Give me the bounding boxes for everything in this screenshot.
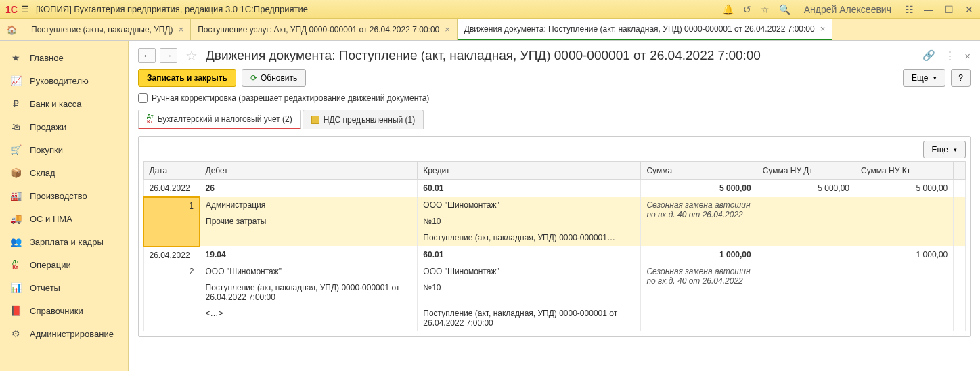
sidebar-item-label: Администрирование bbox=[30, 329, 114, 339]
th-nu-dt[interactable]: Сумма НУ Дт bbox=[757, 162, 855, 180]
manual-edit-checkbox[interactable] bbox=[138, 93, 148, 103]
table-row[interactable]: 26.04.2022 26 60.01 5 000,00 5 000,00 5 … bbox=[143, 180, 966, 198]
cell-sum: 1 000,00 bbox=[641, 246, 757, 263]
bars-icon: 📊 bbox=[9, 282, 22, 294]
sidebar-item-operations[interactable]: ДтКтОперации bbox=[0, 253, 128, 276]
doc-tab-3-active[interactable]: Движения документа: Поступление (акт, на… bbox=[458, 19, 832, 40]
cell-debit-account: 19.04 bbox=[200, 246, 418, 263]
sidebar-item-reports[interactable]: 📊Отчеты bbox=[0, 276, 128, 299]
close-button[interactable]: ✕ bbox=[964, 4, 975, 15]
sidebar-item-production[interactable]: 🏭Производство bbox=[0, 184, 128, 207]
save-close-button[interactable]: Записать и закрыть bbox=[138, 69, 236, 87]
cell-credit-sub: Поступление (акт, накладная, УПД) 0000-0… bbox=[418, 230, 641, 246]
sidebar-item-label: Руководителю bbox=[30, 76, 89, 86]
home-tab[interactable]: 🏠 bbox=[0, 19, 24, 40]
sidebar-item-purchases[interactable]: 🛒Покупки bbox=[0, 138, 128, 161]
cell-sum: 5 000,00 bbox=[641, 180, 757, 198]
bell-icon[interactable]: 🔔 bbox=[722, 4, 734, 15]
inner-tab-label: Бухгалтерский и налоговый учет (2) bbox=[158, 114, 292, 124]
cell-date: 26.04.2022 bbox=[143, 246, 200, 263]
main-menu-icon[interactable]: ☰ bbox=[22, 5, 29, 14]
th-credit[interactable]: Кредит bbox=[418, 162, 641, 180]
dtkt-icon: ДтКт bbox=[9, 259, 22, 271]
ruble-icon: ₽ bbox=[9, 97, 22, 110]
sidebar-item-warehouse[interactable]: 📦Склад bbox=[0, 161, 128, 184]
more-button[interactable]: Еще bbox=[903, 69, 945, 87]
sidebar-item-sales[interactable]: 🛍Продажи bbox=[0, 115, 128, 138]
doc-tab-1[interactable]: Поступление (акты, накладные, УПД) × bbox=[24, 19, 191, 40]
cell-credit-sub: №10 bbox=[418, 213, 641, 230]
close-icon[interactable]: × bbox=[445, 24, 450, 35]
th-date[interactable]: Дата bbox=[143, 162, 200, 180]
cell-credit-sub: №10 bbox=[418, 280, 641, 305]
sidebar-item-refs[interactable]: 📕Справочники bbox=[0, 299, 128, 322]
sidebar-item-label: Продажи bbox=[30, 122, 66, 132]
manual-edit-label: Ручная корректировка (разрешает редактир… bbox=[152, 93, 429, 103]
th-nu-kt[interactable]: Сумма НУ Кт bbox=[855, 162, 953, 180]
cell-debit-sub: ООО "Шиномонтаж" bbox=[200, 263, 418, 280]
sidebar-item-label: Зарплата и кадры bbox=[30, 237, 104, 247]
search-icon[interactable]: 🔍 bbox=[779, 4, 790, 15]
link-icon[interactable]: 🔗 bbox=[922, 49, 935, 62]
kebab-icon[interactable]: ⋮ bbox=[945, 49, 955, 62]
table-panel: Еще Дата Дебет Кредит Сумма Сумма НУ Дт … bbox=[138, 136, 971, 337]
sidebar-item-manager[interactable]: 📈Руководителю bbox=[0, 69, 128, 92]
user-name[interactable]: Андрей Алексеевич bbox=[804, 4, 891, 15]
cell-credit-account: 60.01 bbox=[418, 246, 641, 263]
sidebar-item-label: ОС и НМА bbox=[30, 214, 72, 224]
cell-date: 26.04.2022 bbox=[143, 180, 200, 198]
titlebar: 1C ☰ [КОПИЯ] Бухгалтерия предприятия, ре… bbox=[0, 0, 980, 19]
sidebar-item-admin[interactable]: ⚙Администрирование bbox=[0, 322, 128, 345]
gear-icon: ⚙ bbox=[9, 328, 22, 340]
doc-tab-2[interactable]: Поступление услуг: Акт, УПД 0000-000001 … bbox=[191, 19, 458, 40]
page-title: Движения документа: Поступление (акт, на… bbox=[206, 48, 918, 63]
table-row[interactable]: 1 Администрация ООО "Шиномонтаж" Сезонна… bbox=[143, 197, 966, 213]
nav-back-button[interactable]: ← bbox=[138, 48, 156, 63]
tab-accounting[interactable]: ДтКт Бухгалтерский и налоговый учет (2) bbox=[138, 110, 301, 129]
close-page-icon[interactable]: × bbox=[964, 50, 971, 62]
bag-icon: 🛍 bbox=[9, 121, 22, 133]
close-icon[interactable]: × bbox=[820, 24, 826, 34]
sidebar-item-hr[interactable]: 👥Зарплата и кадры bbox=[0, 230, 128, 253]
sidebar-item-assets[interactable]: 🚚ОС и НМА bbox=[0, 207, 128, 230]
minimize-button[interactable]: — bbox=[923, 4, 934, 15]
refresh-label: Обновить bbox=[261, 73, 297, 83]
close-icon[interactable]: × bbox=[179, 24, 184, 35]
factory-icon: 🏭 bbox=[9, 190, 22, 202]
sidebar-item-main[interactable]: ★Главное bbox=[0, 46, 128, 69]
cell-credit-sub: ООО "Шиномонтаж" bbox=[418, 263, 641, 280]
cart-icon: 🛒 bbox=[9, 144, 22, 156]
cell-debit-sub: Администрация bbox=[200, 197, 418, 213]
cell-debit-account: 26 bbox=[200, 180, 418, 198]
sidebar-item-label: Отчеты bbox=[30, 283, 60, 293]
doc-tab-label: Движения документа: Поступление (акт, на… bbox=[464, 24, 815, 34]
help-button[interactable]: ? bbox=[951, 69, 971, 87]
th-sum[interactable]: Сумма bbox=[641, 162, 757, 180]
doc-tab-label: Поступление услуг: Акт, УПД 0000-000001 … bbox=[198, 25, 439, 35]
refresh-icon: ⟳ bbox=[250, 73, 257, 83]
settings-icon[interactable]: ☷ bbox=[905, 4, 914, 15]
table-row[interactable]: 2 ООО "Шиномонтаж" ООО "Шиномонтаж" Сезо… bbox=[143, 263, 966, 280]
sidebar-item-bank[interactable]: ₽Банк и касса bbox=[0, 92, 128, 115]
favorite-icon[interactable]: ☆ bbox=[185, 47, 198, 64]
history-icon[interactable]: ↺ bbox=[743, 4, 751, 15]
nav-forward-button[interactable]: → bbox=[160, 48, 177, 63]
tab-nds[interactable]: НДС предъявленный (1) bbox=[303, 110, 424, 129]
star-icon: ★ bbox=[9, 51, 22, 64]
people-icon: 👥 bbox=[9, 236, 22, 248]
book-icon: 📕 bbox=[9, 305, 22, 317]
table-row[interactable]: 26.04.2022 19.04 60.01 1 000,00 1 000,00 bbox=[143, 246, 966, 263]
cell-idx: 2 bbox=[143, 263, 200, 331]
cell-nu-dt: 5 000,00 bbox=[757, 180, 855, 198]
cell-nu-dt bbox=[757, 246, 855, 263]
refresh-button[interactable]: ⟳Обновить bbox=[242, 69, 306, 87]
inner-tab-label: НДС предъявленный (1) bbox=[324, 115, 415, 125]
cell-debit-sub: Поступление (акт, накладная, УПД) 0000-0… bbox=[200, 280, 418, 305]
table-more-button[interactable]: Еще bbox=[923, 141, 966, 158]
star-icon[interactable]: ☆ bbox=[761, 4, 770, 15]
cell-nu-kt: 1 000,00 bbox=[855, 246, 953, 263]
th-debit[interactable]: Дебет bbox=[200, 162, 418, 180]
cell-comment: Сезонная замена автошин по вх.д. 40 от 2… bbox=[641, 263, 757, 331]
document-tabs: 🏠 Поступление (акты, накладные, УПД) × П… bbox=[0, 19, 980, 41]
maximize-button[interactable]: ☐ bbox=[943, 4, 954, 15]
